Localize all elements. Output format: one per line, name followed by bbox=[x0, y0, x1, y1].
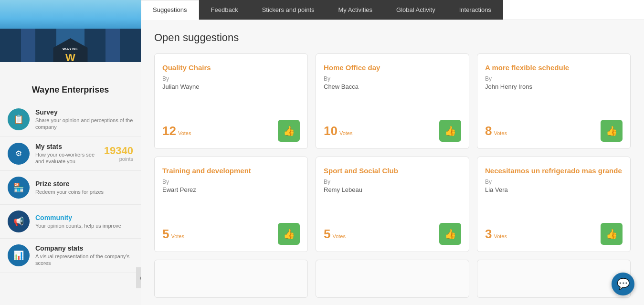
card-author: Ewart Perez bbox=[162, 186, 300, 193]
company-name: Wayne Enterprises bbox=[0, 85, 141, 95]
card-votes: 5Votes bbox=[162, 227, 184, 242]
suggestion-card: Necesitamos un refrigerado mas grande By… bbox=[477, 157, 631, 252]
page-title: Open suggestions bbox=[154, 32, 631, 44]
card-by-label: By bbox=[324, 179, 461, 185]
community-icon: 📢 bbox=[8, 210, 30, 232]
suggestion-card: Home Office day By Chew Bacca 10Votes 👍 bbox=[316, 53, 469, 149]
card-footer: 10Votes 👍 bbox=[324, 120, 461, 142]
sidebar-item-survey-title: Survey bbox=[35, 108, 133, 116]
card-title: Necesitamos un refrigerado mas grande bbox=[485, 167, 623, 175]
card-title: Training and development bbox=[162, 167, 300, 175]
card-votes-label: Votes bbox=[494, 130, 507, 136]
tab-interactions[interactable]: Interactions bbox=[447, 0, 503, 20]
vote-button[interactable]: 👍 bbox=[278, 120, 300, 142]
suggestion-card: Training and development By Ewart Perez … bbox=[154, 157, 308, 252]
sidebar-item-community-desc: Your opinion counts, help us improve bbox=[35, 222, 133, 229]
vote-button[interactable]: 👍 bbox=[601, 120, 623, 142]
card-author: John Henry Irons bbox=[485, 83, 623, 90]
sidebar-item-prize-store-text: Prize store Redeem your coins for prizes bbox=[35, 180, 133, 195]
sidebar-item-my-stats-points-container: 19340 points bbox=[104, 146, 133, 162]
card-title: Quality Chairs bbox=[162, 63, 300, 72]
sidebar-item-community-text: Community Your opinion counts, help us i… bbox=[35, 214, 133, 229]
logo-w-letter: W bbox=[65, 52, 75, 62]
sidebar-item-my-stats-points-label: points bbox=[104, 156, 133, 162]
sidebar: WAYNE W ENTERPRISES Wayne Enterprises 📋 … bbox=[0, 0, 141, 305]
card-votes: 3Votes bbox=[485, 227, 507, 242]
tab-feedback[interactable]: Feedback bbox=[199, 0, 250, 20]
survey-icon: 📋 bbox=[8, 108, 30, 130]
sidebar-item-survey-text: Survey Share your opinion and perception… bbox=[35, 108, 133, 131]
tab-stickers[interactable]: Stickers and points bbox=[250, 0, 327, 20]
sidebar-menu: 📋 Survey Share your opinion and percepti… bbox=[0, 103, 141, 278]
sidebar-logo-inner: WAYNE W ENTERPRISES bbox=[59, 47, 82, 62]
card-votes: 10Votes bbox=[324, 124, 352, 138]
suggestion-card bbox=[477, 260, 631, 298]
card-votes: 8Votes bbox=[485, 124, 507, 138]
logo-wayne-text: WAYNE bbox=[63, 47, 79, 52]
card-votes: 12Votes bbox=[162, 124, 191, 138]
sidebar-item-company-stats-desc: A visual representation of the company's… bbox=[35, 253, 133, 267]
sidebar-item-company-stats-text: Company stats A visual representation of… bbox=[35, 244, 133, 267]
sidebar-item-prize-store-desc: Redeem your coins for prizes bbox=[35, 189, 133, 195]
card-footer: 5Votes 👍 bbox=[162, 223, 300, 245]
tabs-bar: Suggestions Feedback Stickers and points… bbox=[141, 0, 644, 20]
sidebar-item-my-stats[interactable]: ⚙ My stats How your co-workers see and e… bbox=[0, 137, 141, 171]
card-title: Sport and Social Club bbox=[324, 167, 461, 175]
suggestions-grid: Quality Chairs By Julian Wayne 12Votes 👍… bbox=[154, 53, 631, 298]
prize-store-icon: 🏪 bbox=[8, 177, 30, 199]
sidebar-collapse-button[interactable]: ❮ bbox=[136, 267, 141, 288]
suggestion-card: Quality Chairs By Julian Wayne 12Votes 👍 bbox=[154, 53, 308, 149]
suggestion-card: A more flexible schedule By John Henry I… bbox=[477, 53, 631, 149]
card-footer: 12Votes 👍 bbox=[162, 120, 300, 142]
sidebar-item-survey[interactable]: 📋 Survey Share your opinion and percepti… bbox=[0, 103, 141, 137]
sidebar-item-prize-store-title: Prize store bbox=[35, 180, 133, 188]
sidebar-item-company-stats[interactable]: 📊 Company stats A visual representation … bbox=[0, 239, 141, 273]
card-votes-label: Votes bbox=[178, 130, 191, 136]
main-content: Suggestions Feedback Stickers and points… bbox=[141, 0, 644, 305]
sidebar-item-prize-store[interactable]: 🏪 Prize store Redeem your coins for priz… bbox=[0, 171, 141, 205]
sidebar-item-my-stats-title: My stats bbox=[35, 143, 104, 150]
card-by-label: By bbox=[485, 179, 623, 185]
suggestion-card bbox=[154, 260, 308, 298]
vote-button[interactable]: 👍 bbox=[601, 223, 623, 245]
card-votes-label: Votes bbox=[339, 130, 353, 136]
card-by-label: By bbox=[485, 75, 623, 82]
tab-suggestions[interactable]: Suggestions bbox=[141, 0, 199, 20]
card-footer: 3Votes 👍 bbox=[485, 223, 623, 245]
card-title: Home Office day bbox=[324, 63, 461, 72]
sidebar-item-my-stats-desc: How your co-workers see and evaluate you bbox=[35, 151, 104, 165]
sidebar-item-survey-desc: Share your opinion and perceptions of th… bbox=[35, 117, 133, 131]
sidebar-item-company-stats-title: Company stats bbox=[35, 244, 133, 252]
card-author: Remy Lebeau bbox=[324, 186, 461, 193]
card-author: Lia Vera bbox=[485, 186, 623, 193]
tab-global-activity[interactable]: Global Activity bbox=[384, 0, 447, 20]
sidebar-item-community-title: Community bbox=[35, 214, 133, 221]
content-area: Open suggestions Quality Chairs By Julia… bbox=[141, 20, 644, 305]
vote-button[interactable]: 👍 bbox=[439, 223, 461, 245]
sidebar-item-my-stats-points: 19340 bbox=[104, 146, 133, 156]
card-title: A more flexible schedule bbox=[485, 63, 623, 72]
card-author: Chew Bacca bbox=[324, 83, 461, 90]
sidebar-item-my-stats-text: My stats How your co-workers see and eva… bbox=[35, 143, 104, 165]
sidebar-header: WAYNE W ENTERPRISES bbox=[0, 0, 141, 62]
card-votes: 5Votes bbox=[324, 227, 346, 242]
card-votes-label: Votes bbox=[494, 233, 507, 239]
chat-button[interactable]: 💬 bbox=[612, 273, 634, 295]
suggestion-card: Sport and Social Club By Remy Lebeau 5Vo… bbox=[316, 157, 469, 252]
card-votes-label: Votes bbox=[171, 233, 184, 239]
card-author: Julian Wayne bbox=[162, 83, 300, 90]
suggestion-card bbox=[316, 260, 469, 298]
company-stats-icon: 📊 bbox=[8, 244, 30, 266]
vote-button[interactable]: 👍 bbox=[278, 223, 300, 245]
tab-my-activities[interactable]: My Activities bbox=[327, 0, 385, 20]
card-footer: 5Votes 👍 bbox=[324, 223, 461, 245]
vote-button[interactable]: 👍 bbox=[439, 120, 461, 142]
card-by-label: By bbox=[162, 179, 300, 185]
sidebar-item-community[interactable]: 📢 Community Your opinion counts, help us… bbox=[0, 205, 141, 239]
card-footer: 8Votes 👍 bbox=[485, 120, 623, 142]
card-by-label: By bbox=[162, 75, 300, 82]
card-votes-label: Votes bbox=[332, 233, 346, 239]
my-stats-icon: ⚙ bbox=[8, 143, 30, 165]
card-by-label: By bbox=[324, 75, 461, 82]
